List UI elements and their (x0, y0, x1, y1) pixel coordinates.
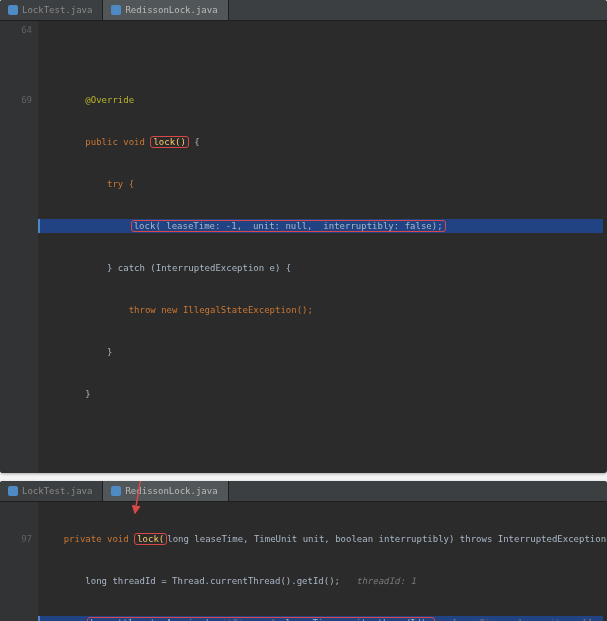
java-file-icon (8, 486, 18, 496)
method-lock: lock() (150, 136, 189, 148)
method-lock-private: lock( (134, 533, 167, 545)
tab-locktest[interactable]: LockTest.java (0, 481, 103, 501)
tab-bar: LockTest.java RedissonLock.java (0, 481, 607, 502)
code-panel-2: LockTest.java RedissonLock.java 97 priva… (0, 481, 607, 621)
tab-redissonlock[interactable]: RedissonLock.java (103, 0, 228, 20)
tab-label: RedissonLock.java (125, 486, 217, 496)
annotation-override: @Override (42, 95, 134, 105)
tab-label: RedissonLock.java (125, 5, 217, 15)
tab-label: LockTest.java (22, 486, 92, 496)
call-tryacquire: Long ttl = tryAcquire(waitTime: -1, leas… (87, 617, 434, 621)
line-gutter: 6469 (0, 21, 38, 473)
tab-redissonlock[interactable]: RedissonLock.java (103, 481, 228, 501)
java-file-icon (111, 5, 121, 15)
code-panel-1: LockTest.java RedissonLock.java 6469 @Ov… (0, 0, 607, 473)
call-lock: lock( leaseTime: -1, unit: null, interru… (131, 220, 446, 232)
code-body[interactable]: private void lock(long leaseTime, TimeUn… (38, 502, 607, 621)
code-body[interactable]: @Override public void lock() { try { loc… (38, 21, 607, 473)
tab-locktest[interactable]: LockTest.java (0, 0, 103, 20)
tab-label: LockTest.java (22, 5, 92, 15)
tab-bar: LockTest.java RedissonLock.java (0, 0, 607, 21)
java-file-icon (8, 5, 18, 15)
line-gutter: 97 (0, 502, 38, 621)
java-file-icon (111, 486, 121, 496)
